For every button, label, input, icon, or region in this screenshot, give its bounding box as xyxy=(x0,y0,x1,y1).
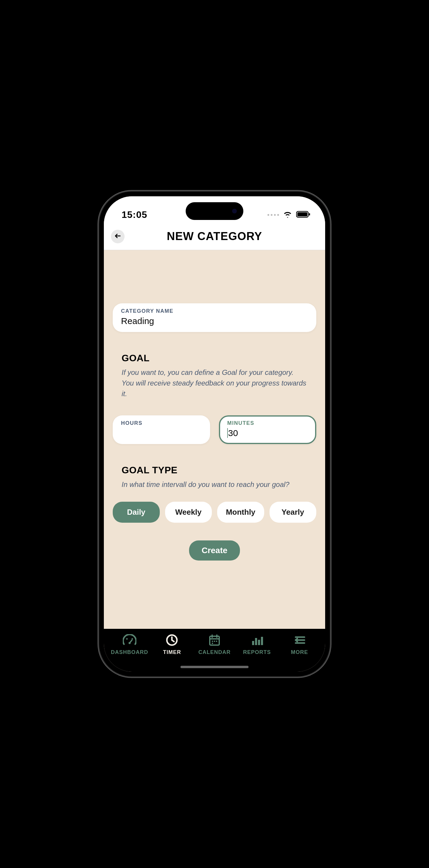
tab-more[interactable]: MORE xyxy=(280,634,319,655)
tab-timer-label: TIMER xyxy=(163,649,181,655)
tab-timer[interactable]: TIMER xyxy=(153,634,191,655)
goal-type-desc: In what time intervall do you want to re… xyxy=(122,479,307,490)
header: NEW CATEGORY xyxy=(104,226,325,250)
tab-bar: DASHBOARD TIMER CALENDAR REPORTS xyxy=(104,629,325,672)
clock-icon xyxy=(166,634,178,646)
status-indicators xyxy=(267,211,310,219)
home-indicator[interactable] xyxy=(180,666,249,668)
tab-more-label: MORE xyxy=(291,649,308,655)
tab-dashboard[interactable]: DASHBOARD xyxy=(110,634,149,655)
svg-rect-1 xyxy=(297,212,307,216)
svg-rect-11 xyxy=(212,641,213,642)
goal-type-chips: Daily Weekly Monthly Yearly xyxy=(113,502,316,523)
back-button[interactable] xyxy=(111,230,124,243)
goal-desc: If you want to, you can define a Goal fo… xyxy=(122,367,307,399)
svg-rect-15 xyxy=(252,641,254,645)
calendar-icon xyxy=(208,634,221,646)
category-name-field[interactable]: CATEGORY NAME Reading xyxy=(113,303,316,332)
svg-point-3 xyxy=(126,638,127,640)
chip-yearly[interactable]: Yearly xyxy=(269,502,317,523)
chip-weekly[interactable]: Weekly xyxy=(165,502,212,523)
wifi-icon xyxy=(283,211,292,219)
screen: 15:05 NEW CATEGORY xyxy=(104,196,325,672)
battery-icon xyxy=(296,211,310,219)
dynamic-island xyxy=(186,202,244,220)
goal-heading: GOAL xyxy=(122,353,316,364)
arrow-left-icon xyxy=(114,232,121,241)
svg-point-5 xyxy=(128,642,131,644)
gauge-icon xyxy=(123,634,136,646)
tab-calendar-label: CALENDAR xyxy=(198,649,230,655)
tab-calendar[interactable]: CALENDAR xyxy=(195,634,234,655)
svg-point-4 xyxy=(131,638,133,640)
tab-dashboard-label: DASHBOARD xyxy=(111,649,148,655)
phone-frame: 15:05 NEW CATEGORY xyxy=(99,192,330,676)
category-name-label: CATEGORY NAME xyxy=(121,308,308,314)
minutes-label: MINUTES xyxy=(227,420,308,426)
minutes-field[interactable]: MINUTES 30 xyxy=(219,415,316,444)
svg-rect-12 xyxy=(214,641,215,642)
svg-rect-16 xyxy=(255,638,257,645)
svg-rect-13 xyxy=(216,641,217,642)
hours-field[interactable]: HOURS xyxy=(113,415,210,444)
category-name-value: Reading xyxy=(121,316,308,326)
page-title: NEW CATEGORY xyxy=(111,230,318,243)
chip-daily[interactable]: Daily xyxy=(113,502,160,523)
tab-reports-label: REPORTS xyxy=(243,649,271,655)
hours-label: HOURS xyxy=(121,420,202,426)
status-time: 15:05 xyxy=(122,209,147,220)
chip-monthly[interactable]: Monthly xyxy=(217,502,264,523)
minutes-value: 30 xyxy=(227,428,308,438)
goal-type-heading: GOAL TYPE xyxy=(122,465,316,476)
content: CATEGORY NAME Reading GOAL If you want t… xyxy=(104,250,325,629)
svg-rect-18 xyxy=(261,637,263,645)
svg-rect-2 xyxy=(309,213,310,216)
svg-rect-14 xyxy=(212,643,213,644)
tab-reports[interactable]: REPORTS xyxy=(238,634,276,655)
create-button[interactable]: Create xyxy=(189,540,240,561)
menu-icon xyxy=(293,634,306,646)
cellular-dots-icon xyxy=(267,214,279,216)
svg-rect-17 xyxy=(258,640,260,645)
bar-chart-icon xyxy=(251,634,263,646)
